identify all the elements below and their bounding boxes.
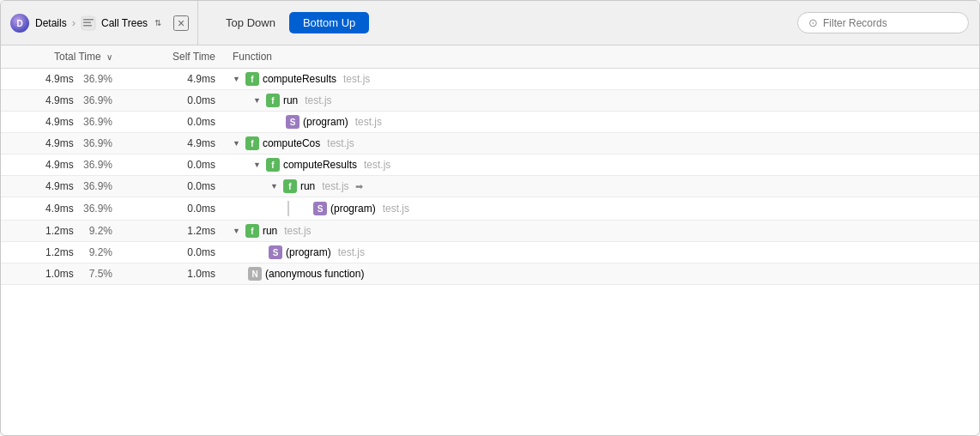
table-row: 4.9ms 36.9%0.0ms▼fruntest.js bbox=[1, 90, 979, 112]
total-time-cell: 4.9ms 36.9% bbox=[1, 112, 121, 133]
function-cell: ▼fruntest.js bbox=[224, 221, 979, 242]
total-time-cell: 4.9ms 36.9% bbox=[1, 133, 121, 154]
function-type-icon: S bbox=[286, 115, 299, 129]
topdown-button[interactable]: Top Down bbox=[212, 12, 289, 33]
total-time-cell: 4.9ms 36.9% bbox=[1, 197, 121, 221]
function-cell: ▼fcomputeCostest.js bbox=[224, 133, 979, 154]
function-cell: S(program)test.js bbox=[224, 112, 979, 133]
self-time-cell: 0.0ms bbox=[121, 197, 224, 221]
function-type-icon: S bbox=[269, 245, 282, 259]
function-type-icon: f bbox=[245, 136, 259, 150]
call-tree-table: Total Time ∨ Self Time Function 4.9ms 36… bbox=[1, 45, 979, 285]
table-row: 4.9ms 36.9%0.0ms▼fcomputeResultstest.js bbox=[1, 154, 979, 176]
function-cell: ▼fcomputeResultstest.js bbox=[224, 69, 979, 90]
function-source: test.js bbox=[364, 159, 390, 171]
table-row: 1.2ms 9.2%0.0msS(program)test.js bbox=[1, 242, 979, 263]
self-time-cell: 0.0ms bbox=[121, 242, 224, 263]
function-source: test.js bbox=[355, 116, 382, 128]
function-cell: ▼fcomputeResultstest.js bbox=[224, 154, 979, 176]
toolbar: D Details › Call Trees ⇅ × Top Down Bott… bbox=[1, 1, 979, 45]
total-time-cell: 1.2ms 9.2% bbox=[1, 242, 121, 263]
self-time-cell: 4.9ms bbox=[121, 133, 224, 154]
total-time-cell: 1.0ms 7.5% bbox=[1, 263, 121, 285]
function-name[interactable]: run bbox=[263, 225, 277, 237]
function-name[interactable]: (program) bbox=[286, 246, 331, 258]
table-container: Total Time ∨ Self Time Function 4.9ms 36… bbox=[1, 45, 979, 435]
function-source: test.js bbox=[338, 246, 365, 258]
toolbar-right: ⊙ bbox=[787, 12, 979, 33]
function-type-icon: f bbox=[245, 224, 259, 238]
function-cell: ▼fruntest.js bbox=[224, 90, 979, 112]
breadcrumb: D Details › Call Trees ⇅ bbox=[9, 13, 161, 33]
function-name[interactable]: computeResults bbox=[283, 159, 357, 171]
total-time-cell: 1.2ms 9.2% bbox=[1, 221, 121, 242]
table-body: 4.9ms 36.9%4.9ms▼fcomputeResultstest.js4… bbox=[1, 69, 979, 285]
toolbar-left: D Details › Call Trees ⇅ × bbox=[1, 1, 198, 45]
self-time-cell: 4.9ms bbox=[121, 69, 224, 90]
table-row: 1.2ms 9.2%1.2ms▼fruntest.js bbox=[1, 221, 979, 242]
function-type-icon: f bbox=[266, 158, 280, 172]
calltrees-icon bbox=[81, 15, 96, 31]
table-row: 1.0ms 7.5%1.0msN(anonymous function) bbox=[1, 263, 979, 285]
table-row: 4.9ms 36.9%4.9ms▼fcomputeResultstest.js bbox=[1, 69, 979, 90]
function-source: test.js bbox=[305, 94, 331, 106]
total-time-cell: 4.9ms 36.9% bbox=[1, 154, 121, 176]
self-time-cell: 0.0ms bbox=[121, 90, 224, 112]
function-cell: N(anonymous function) bbox=[224, 263, 979, 285]
close-button[interactable]: × bbox=[173, 15, 189, 31]
function-name[interactable]: computeCos bbox=[263, 137, 320, 149]
svg-text:D: D bbox=[16, 19, 22, 28]
bottomup-button[interactable]: Bottom Up bbox=[289, 12, 369, 33]
self-time-cell: 1.0ms bbox=[121, 263, 224, 285]
filter-input[interactable] bbox=[823, 17, 958, 29]
svg-rect-3 bbox=[83, 19, 94, 21]
function-source: test.js bbox=[343, 73, 370, 85]
svg-rect-4 bbox=[83, 21, 91, 23]
filter-icon: ⊙ bbox=[808, 16, 818, 29]
toolbar-center: Top Down Bottom Up bbox=[198, 1, 383, 45]
self-time-cell: 1.2ms bbox=[121, 221, 224, 242]
header-self-time[interactable]: Self Time bbox=[121, 45, 224, 69]
function-cell: S(program)test.js bbox=[224, 197, 979, 221]
sort-icon: ⇅ bbox=[154, 18, 161, 27]
table-row: 4.9ms 36.9%4.9ms▼fcomputeCostest.js bbox=[1, 133, 979, 154]
expand-triangle-icon[interactable]: ▼ bbox=[233, 139, 240, 148]
function-name[interactable]: (anonymous function) bbox=[265, 268, 364, 280]
function-type-icon: N bbox=[248, 267, 262, 281]
self-time-cell: 0.0ms bbox=[121, 154, 224, 176]
function-name[interactable]: run bbox=[283, 94, 298, 106]
function-source: test.js bbox=[322, 180, 348, 192]
table-row: 4.9ms 36.9%0.0msS(program)test.js bbox=[1, 197, 979, 221]
table-row: 4.9ms 36.9%0.0msS(program)test.js bbox=[1, 112, 979, 133]
filter-wrapper: ⊙ bbox=[797, 12, 969, 33]
function-source: test.js bbox=[284, 225, 311, 237]
connector-line bbox=[287, 201, 289, 216]
function-name[interactable]: run bbox=[300, 180, 315, 192]
function-name[interactable]: (program) bbox=[303, 116, 348, 128]
function-type-icon: S bbox=[313, 202, 327, 215]
function-name[interactable]: (program) bbox=[330, 203, 376, 215]
expand-triangle-icon[interactable]: ▼ bbox=[253, 160, 261, 169]
total-time-cell: 4.9ms 36.9% bbox=[1, 90, 121, 112]
function-name[interactable]: computeResults bbox=[263, 73, 336, 85]
expand-triangle-icon[interactable]: ▼ bbox=[233, 227, 240, 235]
table-header: Total Time ∨ Self Time Function bbox=[1, 45, 979, 69]
main-window: D Details › Call Trees ⇅ × Top Down Bott… bbox=[0, 0, 980, 436]
details-label: Details bbox=[35, 17, 67, 29]
function-source: test.js bbox=[327, 137, 354, 149]
function-cell: ▼fruntest.js➡ bbox=[224, 176, 979, 197]
function-cell: S(program)test.js bbox=[224, 242, 979, 263]
total-time-cell: 4.9ms 36.9% bbox=[1, 176, 121, 197]
details-icon: D bbox=[9, 13, 30, 33]
header-total-time[interactable]: Total Time ∨ bbox=[1, 45, 121, 69]
expand-triangle-icon[interactable]: ▼ bbox=[270, 182, 278, 191]
function-type-icon: f bbox=[245, 72, 259, 86]
header-function: Function bbox=[224, 45, 979, 69]
function-type-icon: f bbox=[266, 94, 280, 107]
expand-triangle-icon[interactable]: ▼ bbox=[233, 75, 240, 83]
calltrees-label: Call Trees bbox=[101, 17, 148, 29]
svg-rect-5 bbox=[83, 25, 92, 27]
self-time-cell: 0.0ms bbox=[121, 112, 224, 133]
goto-icon[interactable]: ➡ bbox=[355, 181, 363, 192]
expand-triangle-icon[interactable]: ▼ bbox=[253, 96, 261, 105]
